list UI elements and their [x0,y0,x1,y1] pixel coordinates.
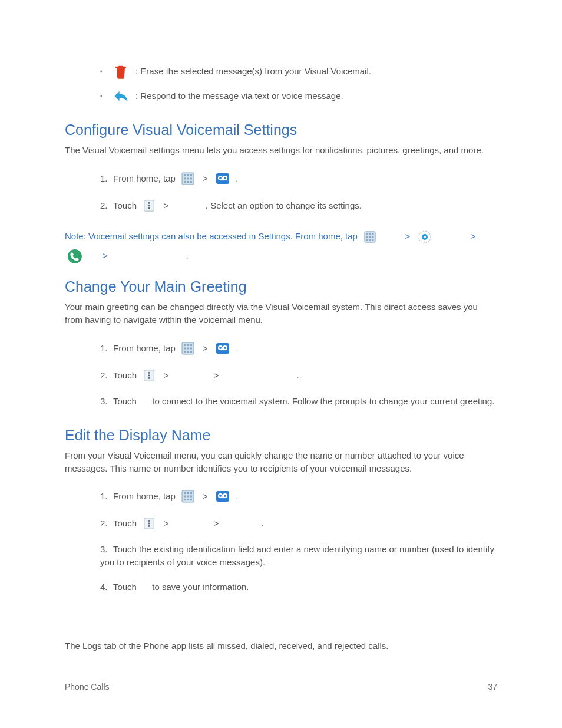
steps-configure: 1. From home, tap > . 2. Touch > . Selec… [65,165,497,219]
step-number: 3. [100,543,111,556]
period-text: . [297,369,299,382]
svg-rect-34 [187,344,189,346]
svg-point-31 [68,249,82,263]
step-1: 1. From home, tap > . [65,483,497,510]
svg-rect-58 [190,499,192,500]
step-number: 3. [100,395,111,408]
bullet-reply: ▪ : Respond to the message via text or v… [65,84,497,108]
steps-display: 1. From home, tap > . 2. Touch > > . 3. [65,483,497,599]
reply-icon [111,87,131,105]
svg-rect-39 [184,351,186,353]
chevron-text: > [211,369,222,382]
chevron-text: > [161,517,171,530]
svg-rect-37 [187,347,189,349]
svg-point-47 [148,374,150,376]
svg-point-46 [148,372,150,374]
voicemail-app-icon [215,171,230,186]
chevron-text: > [402,231,412,241]
step-number: 1. [100,490,111,503]
svg-rect-51 [187,492,189,494]
svg-rect-8 [184,181,186,183]
svg-rect-0 [115,67,127,68]
step-text: Touch [113,369,137,382]
svg-rect-56 [184,499,186,500]
apps-grid-icon [180,341,196,356]
svg-rect-5 [184,178,186,180]
step-text: From home, tap [113,172,176,185]
period-text: . [262,517,264,530]
step-number: 1. [100,172,111,185]
bullet-marker: ▪ [100,92,106,101]
note-configure: Note: Voicemail settings can also be acc… [65,226,497,265]
svg-point-64 [148,523,150,525]
svg-point-65 [148,525,150,527]
heading-configure: Configure Visual Voicemail Settings [65,119,497,140]
page-footer: Phone Calls 37 [65,681,497,693]
step-text: From home, tap [113,342,176,355]
heading-display: Edit the Display Name [65,424,497,446]
note-text: Note: Voicemail settings can also be acc… [65,231,360,241]
bullet-text: : Respond to the message via text or voi… [135,90,343,103]
svg-point-15 [148,202,150,204]
step-2: 2. Touch > > . [65,362,497,389]
step-text: Touch the existing identification field … [100,544,494,567]
step-number: 2. [100,369,111,382]
svg-rect-23 [369,236,371,238]
chevron-text: > [200,172,210,185]
svg-rect-19 [366,233,368,235]
step-2: 2. Touch > . Select an option to change … [65,192,497,219]
step-text: to connect to the voicemail system. Foll… [152,396,494,406]
step-number: 2. [100,199,111,212]
step-number: 2. [100,517,111,530]
icon-bullet-list: ▪ : Erase the selected message(s) from y… [65,59,497,108]
svg-rect-40 [187,351,189,353]
step-text: . Select an option to change its setting… [206,199,362,212]
trash-icon [111,62,131,80]
svg-rect-26 [369,239,371,241]
steps-greeting: 1. From home, tap > . 2. Touch > > . 3. [65,335,497,414]
svg-rect-20 [369,233,371,235]
step-text: Touch [113,396,139,406]
svg-rect-54 [187,496,189,498]
svg-rect-22 [366,236,368,238]
step-4: 4. Touch to save your information. [65,575,497,599]
period-text: . [186,251,188,261]
intro-greeting: Your main greeting can be changed direct… [65,301,497,327]
heading-greeting: Change Your Main Greeting [65,276,497,297]
step-2: 2. Touch > > . [65,510,497,537]
bullet-marker: ▪ [100,67,106,76]
svg-rect-27 [372,239,374,241]
svg-rect-24 [372,236,374,238]
svg-rect-41 [190,351,192,353]
footer-section: Phone Calls [65,681,110,693]
bullet-erase: ▪ : Erase the selected message(s) from y… [65,59,497,84]
svg-rect-21 [372,233,374,235]
svg-rect-9 [187,181,189,183]
step-1: 1. From home, tap > . [65,165,497,192]
period-text: . [235,342,237,355]
svg-point-48 [148,377,150,379]
step-text: to save your information. [152,582,249,592]
step-3: 3. Touch to connect to the voicemail sys… [65,389,497,414]
step-number: 1. [100,342,111,355]
chevron-text: > [200,342,210,355]
svg-point-30 [424,236,426,238]
svg-rect-33 [184,344,186,346]
overflow-menu-icon [141,368,157,383]
step-3: 3. Touch the existing identification fie… [65,537,497,575]
overflow-menu-icon [141,198,157,213]
intro-configure: The Visual Voicemail settings menu lets … [65,144,497,157]
svg-rect-55 [190,496,192,498]
overflow-menu-icon [141,516,157,531]
step-text: Touch [113,582,139,592]
svg-point-16 [148,205,150,207]
voicemail-app-icon [215,341,230,356]
apps-grid-icon [180,171,196,186]
chevron-text: > [161,369,171,382]
step-text: Touch [113,199,137,212]
svg-rect-52 [190,492,192,494]
settings-gear-icon [417,229,432,245]
voicemail-app-icon [215,489,230,504]
logs-paragraph: The Logs tab of the Phone app lists all … [65,640,497,653]
svg-rect-6 [187,178,189,180]
